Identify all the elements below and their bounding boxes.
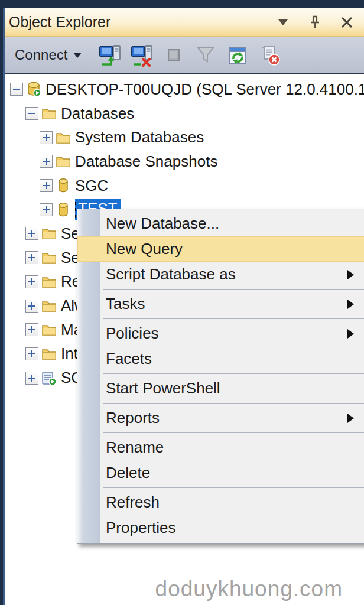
expand-toggle-icon[interactable] (25, 372, 38, 385)
filter-button[interactable] (191, 41, 220, 69)
panel-left-border-inner (3, 8, 5, 605)
expand-toggle-icon[interactable] (25, 275, 38, 288)
expand-toggle-icon[interactable] (40, 203, 53, 216)
sql-agent-icon (41, 370, 57, 386)
menu-item-label: Start PowerShell (106, 379, 220, 397)
object-explorer-toolbar: Connect (5, 37, 364, 74)
expand-toggle-icon[interactable] (40, 179, 53, 192)
tree-row-sgc[interactable]: SGC (5, 174, 364, 198)
tree-row-system-databases[interactable]: System Databases (5, 125, 364, 149)
menu-item-label: Properties (106, 519, 176, 536)
menu-item-label: Reports (106, 409, 160, 427)
expand-toggle-icon[interactable] (25, 323, 38, 336)
menu-item-new-query[interactable]: New Query (77, 236, 364, 262)
auto-hide-pin-button[interactable] (306, 14, 324, 31)
watermark-text: doduykhuong.com (155, 577, 343, 601)
window-position-button[interactable] (274, 14, 292, 31)
menu-separator (103, 432, 364, 433)
menu-item-tasks[interactable]: Tasks (77, 291, 364, 317)
expand-toggle-icon[interactable] (25, 347, 38, 360)
menu-item-label: Facets (106, 350, 152, 367)
tree-label: Database Snapshots (75, 152, 217, 171)
stop-icon (162, 43, 186, 67)
submenu-arrow-icon (347, 329, 359, 339)
folder-icon (56, 154, 71, 169)
folder-icon (41, 250, 57, 265)
folder-icon (41, 226, 57, 241)
connect-dropdown-button[interactable]: Connect (9, 43, 87, 67)
menu-item-delete[interactable]: Delete (77, 460, 364, 486)
menu-item-facets[interactable]: Facets (77, 346, 364, 372)
folder-icon (41, 274, 57, 290)
folder-icon (41, 346, 57, 362)
disconnect-server-button[interactable] (128, 41, 156, 69)
folder-icon (41, 322, 57, 337)
collapse-toggle-icon[interactable] (25, 107, 38, 120)
script-error-icon (258, 43, 281, 67)
folder-icon (56, 130, 71, 145)
panel-titlebar: Object Explorer (5, 8, 364, 37)
submenu-arrow-icon (347, 414, 359, 423)
menu-item-label: Refresh (106, 493, 160, 511)
menu-separator (103, 403, 364, 404)
close-icon (339, 14, 355, 31)
menu-item-policies[interactable]: Policies (77, 321, 364, 346)
menu-item-reports[interactable]: Reports (77, 405, 364, 431)
menu-item-start-powershell[interactable]: Start PowerShell (77, 376, 364, 401)
object-explorer-panel: Object Explorer Connect (0, 0, 364, 605)
database-icon (56, 178, 71, 193)
menu-item-rename[interactable]: Rename (77, 435, 364, 460)
expand-toggle-icon[interactable] (40, 131, 53, 144)
sql-server-instance-icon (26, 82, 41, 97)
menu-item-script-database-as[interactable]: Script Database as (77, 262, 364, 287)
folder-icon (41, 106, 57, 121)
expand-toggle-icon[interactable] (25, 300, 38, 313)
chevron-down-icon (278, 19, 288, 30)
tree-label: System Databases (75, 128, 204, 147)
expand-toggle-icon[interactable] (40, 155, 53, 168)
submenu-arrow-icon (347, 270, 359, 279)
submenu-arrow-icon (347, 300, 359, 309)
pin-icon (307, 14, 323, 31)
menu-item-new-database[interactable]: New Database... (77, 211, 364, 236)
menu-item-label: Script Database as (106, 265, 236, 283)
stop-button[interactable] (160, 41, 188, 69)
folder-icon (41, 298, 57, 314)
tree-row-database-snapshots[interactable]: Database Snapshots (5, 149, 364, 174)
connect-server-button[interactable] (96, 41, 124, 69)
filter-icon (194, 43, 217, 67)
chevron-down-icon (73, 53, 82, 62)
expand-toggle-icon[interactable] (25, 251, 38, 264)
expand-toggle-icon[interactable] (25, 227, 38, 240)
refresh-icon (226, 43, 249, 67)
panel-title: Object Explorer (9, 14, 110, 31)
disconnect-server-icon (130, 43, 154, 67)
close-button[interactable] (338, 14, 356, 31)
menu-item-label: Delete (106, 464, 150, 482)
connect-label: Connect (15, 47, 67, 63)
tree-row-server[interactable]: DESKTOP-T00UQJD (SQL Server 12.0.4100.1 (5, 77, 364, 102)
tree-label: Databases (61, 105, 134, 123)
context-menu: New Database... New Query Script Databas… (77, 209, 364, 544)
menu-separator (103, 487, 364, 488)
menu-separator (103, 373, 364, 374)
tree-label: SGC (75, 177, 108, 195)
tree-label: DESKTOP-T00UQJD (SQL Server 12.0.4100.1 (46, 80, 364, 99)
script-error-button[interactable] (255, 41, 284, 69)
tree-row-databases[interactable]: Databases (5, 102, 364, 126)
refresh-button[interactable] (223, 41, 252, 69)
menu-item-label: Rename (106, 438, 164, 456)
menu-item-label: New Database... (106, 214, 219, 232)
titlebar-buttons (274, 14, 356, 31)
menu-item-label: Policies (106, 324, 159, 342)
database-icon (56, 202, 71, 217)
menu-item-properties[interactable]: Properties (77, 515, 364, 541)
menu-item-label: Tasks (106, 295, 145, 313)
menu-separator (103, 318, 364, 319)
menu-item-refresh[interactable]: Refresh (77, 490, 364, 515)
desktop-background-strip (0, 0, 364, 8)
menu-separator (103, 289, 364, 290)
menu-item-label: New Query (106, 240, 183, 258)
collapse-toggle-icon[interactable] (10, 83, 23, 96)
connect-server-icon (98, 43, 122, 67)
